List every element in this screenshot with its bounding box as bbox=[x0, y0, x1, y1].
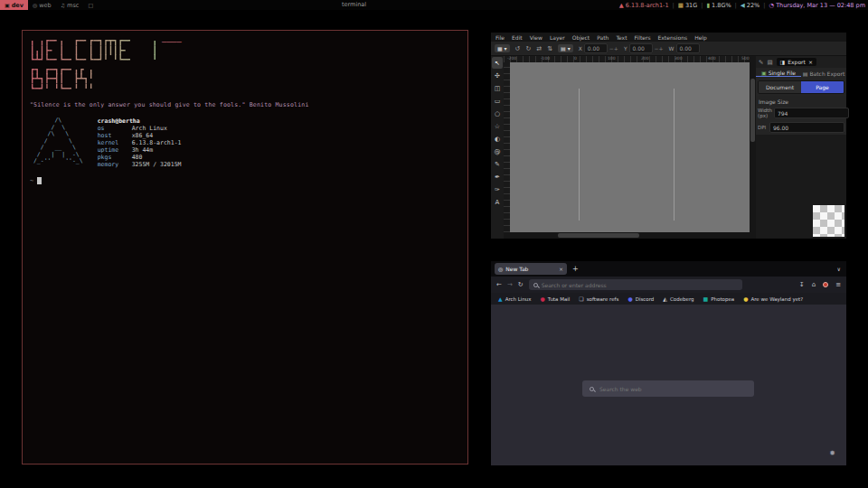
arch-ascii-logo: /\ / \ /\ \ / \ / __ \ / | | -\ /_-'' ''… bbox=[30, 117, 83, 168]
vertical-ruler bbox=[504, 62, 510, 232]
back-button[interactable]: ← bbox=[496, 281, 502, 288]
terminal-workspace-icon: ▣ bbox=[5, 2, 10, 8]
export-preview-checkerboard bbox=[813, 205, 844, 237]
menu-layer[interactable]: Layer bbox=[550, 34, 565, 41]
web-search-box[interactable] bbox=[582, 380, 754, 397]
tab-overflow-chevron-icon[interactable]: ∨ bbox=[837, 266, 841, 272]
close-icon[interactable]: × bbox=[808, 59, 813, 65]
gear-icon[interactable]: ✹ bbox=[829, 449, 835, 457]
align-dropdown[interactable]: ▤ ▾ bbox=[558, 44, 573, 52]
menu-path[interactable]: Path bbox=[597, 34, 609, 41]
status-bar: ▣ dev ◎ web ♫ msc □ terminal ▲ 6.13.8-ar… bbox=[0, 0, 868, 10]
bookmark-codeberg[interactable]: ◭ Codeberg bbox=[663, 296, 693, 302]
codeberg-favicon: ◭ bbox=[663, 296, 667, 302]
url-input[interactable] bbox=[542, 282, 738, 288]
tab-bar: ◎ New Tab × + ∨ bbox=[491, 261, 846, 277]
extension-icon[interactable] bbox=[823, 282, 828, 287]
bookmark-folder-software-refs[interactable]: ❏ software refs bbox=[579, 296, 618, 302]
forward-button[interactable]: → bbox=[507, 281, 513, 288]
menu-filters[interactable]: Filters bbox=[635, 34, 651, 41]
disk-icon: ▦ bbox=[678, 2, 684, 9]
dpi-input[interactable] bbox=[769, 122, 844, 133]
selector-tool[interactable]: ↖ bbox=[492, 57, 503, 69]
separator: | bbox=[701, 2, 703, 9]
edit-dialog-icon[interactable]: ✎ bbox=[759, 59, 763, 66]
workspace-msc[interactable]: ♫ msc bbox=[56, 0, 84, 10]
bookmark-tuta-mail[interactable]: ● Tuta Mail bbox=[541, 296, 571, 302]
menu-object[interactable]: Object bbox=[572, 34, 590, 41]
disk-module: ▦ 31G bbox=[678, 2, 697, 9]
selection-mode-dropdown[interactable]: ▦ ▾ bbox=[495, 44, 510, 52]
export-dialog-tab[interactable]: ◨ Export × bbox=[777, 58, 816, 66]
workspace-dev[interactable]: ▣ dev bbox=[0, 0, 28, 10]
text-cursor bbox=[37, 177, 42, 184]
flip-horizontal-icon[interactable]: ⇄ bbox=[536, 45, 542, 52]
drawing-canvas[interactable] bbox=[510, 62, 750, 232]
scrollbar-thumb[interactable] bbox=[750, 79, 755, 142]
workspace-label: web bbox=[39, 2, 51, 9]
star-tool[interactable]: ☆ bbox=[492, 120, 503, 132]
text-tool[interactable]: A bbox=[492, 196, 503, 208]
pencil-tool[interactable]: ✎ bbox=[492, 158, 503, 170]
menu-edit[interactable]: Edit bbox=[512, 34, 523, 41]
bookmark-are-we-wayland-yet[interactable]: ● Are we Wayland yet? bbox=[743, 296, 803, 302]
menu-hamburger-icon[interactable]: ≡ bbox=[835, 281, 841, 288]
separator: | bbox=[763, 2, 765, 9]
horizontal-scrollbar[interactable] bbox=[504, 232, 750, 239]
gradient-tool[interactable]: ◐ bbox=[492, 133, 503, 145]
new-tab-button[interactable]: + bbox=[572, 265, 579, 273]
home-button[interactable]: ⌂ bbox=[812, 281, 816, 288]
bookmark-discord[interactable]: ● Discord bbox=[627, 296, 654, 302]
tab-close-icon[interactable]: × bbox=[559, 266, 563, 272]
empty-workspace-icon: □ bbox=[88, 2, 93, 8]
y-field[interactable]: 0.00 bbox=[629, 43, 653, 53]
width-input[interactable] bbox=[774, 108, 849, 118]
bookmark-arch-linux[interactable]: ▲ Arch Linux bbox=[498, 296, 532, 302]
export-icon: ◨ bbox=[780, 59, 786, 65]
page-border-left bbox=[579, 89, 580, 221]
workspace-empty[interactable]: □ bbox=[83, 0, 98, 10]
clock-icon: ◔ bbox=[769, 2, 774, 9]
w-field[interactable]: 0.00 bbox=[676, 43, 700, 53]
tool-controls-bar: ▦ ▾ ↺ ↻ ⇄ ⇅ ▤ ▾ X 0.00 −+ Y 0.00 −+ W 0.… bbox=[491, 42, 846, 56]
volume-module[interactable]: ◀ 22% bbox=[741, 2, 760, 9]
tab-new-tab[interactable]: ◎ New Tab × bbox=[495, 263, 567, 275]
url-bar[interactable] bbox=[529, 279, 742, 290]
downloads-button[interactable]: ↧ bbox=[799, 281, 805, 288]
export-document-button[interactable]: Document bbox=[759, 81, 801, 93]
rotate-ccw-icon[interactable]: ↺ bbox=[515, 45, 521, 52]
rotate-cw-icon[interactable]: ↻ bbox=[525, 45, 531, 52]
bookmarks-bar: ▲ Arch Linux ● Tuta Mail ❏ software refs… bbox=[491, 293, 846, 305]
workspace-web[interactable]: ◎ web bbox=[28, 0, 56, 10]
menu-file[interactable]: File bbox=[495, 34, 505, 41]
pen-tool[interactable]: ✒ bbox=[492, 171, 503, 183]
calligraphy-tool[interactable]: ✑ bbox=[492, 183, 503, 195]
shell-prompt[interactable]: ~ bbox=[30, 177, 460, 184]
spiral-tool[interactable]: @ bbox=[492, 145, 503, 157]
welcome-ascii-art: ╻ ╻┏━╸╻ ┏━╸┏━┓┏┳┓┏━╸ ╻ ┃╻┃┣╸ ┃ ┃ ┃ ┃┃┃┃┣… bbox=[30, 36, 460, 93]
menu-text[interactable]: Text bbox=[616, 34, 627, 41]
reload-button[interactable]: ↻ bbox=[518, 281, 524, 288]
export-page-button[interactable]: Page bbox=[801, 81, 844, 93]
menu-help[interactable]: Help bbox=[694, 34, 707, 41]
flip-vertical-icon[interactable]: ⇅ bbox=[547, 45, 552, 52]
tab-single-file[interactable]: ▣ Single File bbox=[756, 70, 801, 77]
clock-module: ◔ Thursday, Mar 13 — 02:48 pm bbox=[769, 2, 865, 9]
scrollbar-thumb[interactable] bbox=[558, 233, 639, 238]
terminal-window[interactable]: ╻ ╻┏━╸╻ ┏━╸┏━┓┏┳┓┏━╸ ╻ ┃╻┃┣╸ ┃ ┃ ┃ ┃┃┃┃┣… bbox=[22, 30, 468, 465]
node-tool[interactable]: ✣ bbox=[492, 70, 503, 81]
vertical-scrollbar[interactable] bbox=[750, 56, 756, 239]
x-stepper[interactable]: −+ bbox=[609, 45, 618, 52]
web-search-input[interactable] bbox=[599, 386, 747, 392]
rectangle-tool[interactable]: ▭ bbox=[492, 95, 503, 107]
shape-builder-tool[interactable]: ◫ bbox=[492, 82, 503, 94]
volume-icon: ◀ bbox=[741, 2, 745, 9]
x-field[interactable]: 0.00 bbox=[584, 43, 608, 53]
y-stepper[interactable]: −+ bbox=[655, 45, 664, 52]
menu-view[interactable]: View bbox=[530, 34, 542, 41]
layers-dialog-icon[interactable]: ▤ bbox=[767, 59, 772, 66]
bookmark-photopea[interactable]: ■ Photopea bbox=[703, 296, 735, 302]
menu-extensions[interactable]: Extensions bbox=[658, 34, 688, 41]
tab-batch-export[interactable]: ▤ Batch Export bbox=[801, 70, 846, 77]
ellipse-tool[interactable]: ○ bbox=[492, 108, 503, 119]
